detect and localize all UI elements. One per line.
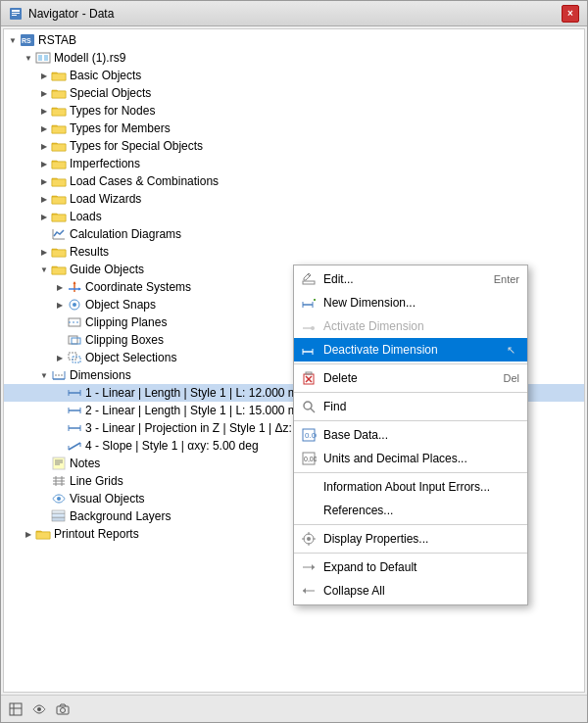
item-label-load-cases: Load Cases & Combinations — [70, 174, 219, 188]
tree-item-imperfections[interactable]: Imperfections — [4, 155, 584, 172]
ctx-base-data[interactable]: 0.00 Base Data... — [294, 423, 527, 447]
context-menu: Edit... Enter New Dimension... — [293, 265, 528, 605]
tree-item-model[interactable]: Modell (1).rs9 — [4, 49, 584, 67]
tree-item-calc-diagrams[interactable]: Calculation Diagrams — [4, 225, 584, 243]
window-title: Navigator - Data — [28, 7, 114, 21]
find-icon — [300, 398, 318, 415]
ctx-delete-label: Delete — [323, 371, 495, 385]
svg-rect-3 — [12, 15, 17, 16]
ctx-collapse[interactable]: Collapse All — [294, 579, 527, 602]
item-label-model: Modell (1).rs9 — [54, 51, 125, 65]
item-label-coord: Coordinate Systems — [85, 280, 191, 294]
ctx-edit-label: Edit... — [323, 272, 486, 286]
layer-icon — [51, 509, 67, 523]
ctx-delete[interactable]: Delete Del — [294, 366, 527, 390]
ctx-display-props[interactable]: Display Properties... — [294, 527, 527, 551]
main-window: Navigator - Data × RS RSTAB — [0, 0, 588, 723]
ctx-new-dim[interactable]: New Dimension... — [294, 291, 527, 314]
item-label-printout: Printout Reports — [54, 527, 139, 541]
svg-rect-17 — [52, 215, 66, 221]
tree-item-types-members[interactable]: Types for Members — [4, 120, 584, 137]
svg-line-47 — [69, 443, 80, 450]
tree-item-load-wizards[interactable]: Load Wizards — [4, 190, 584, 208]
diagram-icon — [51, 227, 67, 241]
collapse-icon — [300, 582, 318, 600]
svg-rect-60 — [52, 517, 65, 521]
folder-icon-load-cases — [51, 174, 67, 188]
bottom-toolbar — [1, 695, 587, 722]
window-icon — [9, 7, 23, 21]
grid-icon — [51, 474, 67, 488]
ctx-deactivate[interactable]: Deactivate Dimension ↖ — [294, 338, 527, 362]
item-label-guide-objects: Guide Objects — [70, 263, 144, 276]
ctx-display-props-label: Display Properties... — [323, 532, 519, 546]
ctx-units[interactable]: 0,00 Units and Decimal Places... — [294, 447, 527, 470]
navigator-btn[interactable] — [5, 699, 26, 720]
item-label-types-members: Types for Members — [70, 121, 171, 135]
ctx-references[interactable]: References... — [294, 499, 527, 522]
item-label-dim3: 3 - Linear | Projection in Z | Style 1 |… — [85, 421, 292, 435]
svg-rect-63 — [36, 532, 50, 539]
dimensions-folder-icon — [51, 368, 67, 382]
item-label-clipping-planes: Clipping Planes — [85, 315, 167, 329]
arrow-dim4 — [55, 441, 65, 451]
arrow-special — [39, 88, 49, 98]
arrow-printout — [24, 529, 33, 539]
arrow-dim1 — [55, 388, 65, 398]
ctx-base-data-label: Base Data... — [323, 428, 519, 442]
tree-item-load-cases[interactable]: Load Cases & Combinations — [4, 172, 584, 190]
units-icon: 0,00 — [300, 450, 318, 467]
arrow-clip-planes — [55, 317, 65, 327]
item-label-dim2: 2 - Linear | Length | Style 1 | L: 15.00… — [85, 404, 298, 417]
ctx-find-label: Find — [323, 400, 519, 413]
svg-rect-64 — [303, 281, 315, 284]
tree-item-special[interactable]: Special Objects — [4, 84, 584, 102]
tree-item-types-special[interactable]: Types for Special Objects — [4, 137, 584, 155]
ctx-edit[interactable]: Edit... Enter — [294, 267, 527, 291]
close-button[interactable]: × — [562, 5, 579, 23]
ctx-input-errors[interactable]: Information About Input Errors... — [294, 475, 527, 499]
svg-text:0.00: 0.00 — [305, 431, 317, 440]
display-btn[interactable] — [28, 699, 50, 720]
svg-rect-2 — [12, 13, 20, 14]
logo-icon: RS — [20, 33, 35, 47]
ctx-deactivate-label: Deactivate Dimension — [323, 343, 507, 357]
tree-item-rstab[interactable]: RS RSTAB — [4, 31, 584, 49]
folder-icon-imperfections — [51, 157, 67, 170]
ctx-find[interactable]: Find — [294, 395, 527, 418]
arrow-dim3 — [55, 423, 65, 433]
arrow-results — [39, 247, 49, 257]
activate-icon — [300, 317, 318, 335]
folder-icon-types-members — [51, 121, 67, 135]
ctx-sep1 — [294, 363, 527, 364]
select-icon — [67, 351, 82, 364]
ctx-sep4 — [294, 472, 527, 473]
display-props-icon — [300, 530, 318, 548]
arrow-types-special — [39, 141, 49, 151]
ctx-expand[interactable]: Expand to Default — [294, 555, 527, 579]
svg-rect-20 — [52, 250, 66, 257]
svg-rect-79 — [306, 372, 312, 374]
tree-item-results[interactable]: Results — [4, 243, 584, 261]
svg-point-80 — [304, 402, 312, 410]
coord-icon — [67, 280, 82, 294]
tree-item-loads[interactable]: Loads — [4, 208, 584, 225]
tree-item-types-nodes[interactable]: Types for Nodes — [4, 102, 584, 120]
camera-btn[interactable] — [52, 699, 74, 720]
svg-rect-8 — [44, 55, 48, 61]
title-bar: Navigator - Data × — [1, 1, 587, 26]
nav-icon — [8, 701, 24, 717]
svg-text:RS: RS — [22, 37, 31, 44]
svg-rect-13 — [52, 144, 66, 151]
item-label-load-wizards: Load Wizards — [70, 192, 141, 206]
item-label-notes: Notes — [70, 457, 100, 470]
folder-icon-types-special — [51, 139, 67, 153]
expand-icon — [300, 558, 318, 576]
delete-icon — [300, 369, 318, 387]
item-label-obj-selections: Object Selections — [85, 351, 176, 364]
item-label-dim4: 4 - Slope | Style 1 | αxy: 5.00 deg — [85, 439, 259, 453]
arrow-load-wizards — [39, 194, 49, 204]
item-label-visual-objects: Visual Objects — [70, 492, 144, 506]
tree-item-basic[interactable]: Basic Objects — [4, 67, 584, 84]
arrow-notes — [39, 458, 49, 468]
